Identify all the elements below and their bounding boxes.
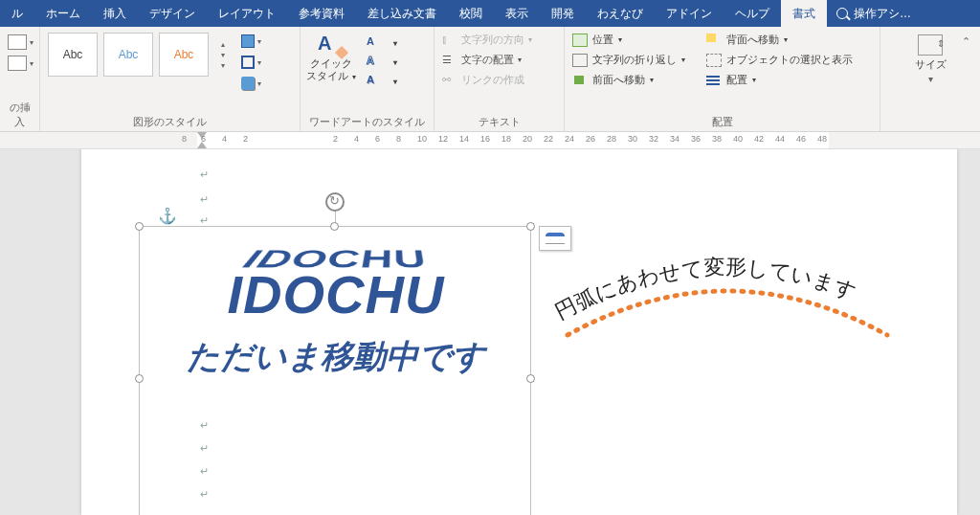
shape-style-more[interactable]: ▴ ▾ ▾ (214, 40, 232, 70)
document-area[interactable]: ⚓ ↵ ↵ ↵ ↵ ↵ ↵ ↵ IDOCHU IDOCHU ただいま移動中です (0, 149, 980, 515)
collapse-ribbon-button[interactable]: ⌃ (957, 33, 974, 50)
group-text: ⫿文字列の方向 ▾ ☰文字の配置 ▾ ⚯リンクの作成 テキスト (434, 27, 565, 131)
ruler-tick: 16 (480, 134, 490, 144)
ruler-tick: 14 (459, 134, 469, 144)
wordart-icon: A (318, 33, 345, 56)
tab-insert[interactable]: 挿入 (92, 0, 138, 27)
ruler-tick: 4 (222, 134, 227, 144)
group-insert-shapes-partial: の挿入 (0, 27, 40, 131)
quick-styles-button[interactable]: A クイックスタイル ▾ (306, 31, 356, 82)
send-backward-button[interactable]: 背面へ移動 ▾ (706, 33, 853, 47)
group-arrange: 位置 ▾ 文字列の折り返し ▾ 前面へ移動 ▾ 背面へ移動 ▾ オブジェクトの選… (565, 27, 880, 131)
tab-layout[interactable]: レイアウト (207, 0, 287, 27)
curved-text-object[interactable]: 円弧にあわせて変形しています (550, 253, 904, 396)
tell-me-label: 操作アシ… (854, 6, 911, 22)
quick-styles-label-2: スタイル (306, 70, 348, 81)
chevron-down-icon: ▾ (257, 58, 261, 67)
tab-help[interactable]: ヘルプ (724, 0, 781, 27)
ruler-tick: 8 (182, 134, 187, 144)
text-align-icon: ☰ (442, 54, 457, 67)
wrap-icon (572, 54, 588, 67)
tab-review[interactable]: 校閲 (448, 0, 494, 27)
ruler-tick: 48 (817, 134, 827, 144)
ruler-tick: 4 (354, 134, 359, 144)
ruler-tick: 12 (438, 134, 448, 144)
shape-style-3[interactable]: Abc (159, 33, 209, 77)
tab-addins[interactable]: アドイン (655, 0, 724, 27)
quick-styles-label-1: クイック (310, 57, 352, 69)
chevron-down-icon: ▾ (257, 37, 261, 46)
wrap-text-button[interactable]: 文字列の折り返し ▾ (572, 53, 685, 67)
paragraph-mark: ↵ (200, 193, 209, 206)
group-wordart-styles: A クイックスタイル ▾ A A A ▾ ▾ ▾ ワードアートのスタイル (301, 27, 434, 131)
selected-object-frame[interactable]: IDOCHU IDOCHU ただいま移動中です (139, 226, 531, 515)
ruler-tick: 26 (586, 134, 595, 144)
ruler-tick: 24 (565, 134, 574, 144)
resize-handle-tm[interactable] (330, 222, 339, 231)
shape-fill-icon (241, 34, 255, 48)
size-icon (918, 34, 943, 56)
tab-waenabi[interactable]: わえなび (586, 0, 655, 27)
paragraph-mark: ↵ (200, 168, 209, 181)
resize-handle-tl[interactable] (135, 222, 144, 231)
edit-shape-button[interactable] (8, 34, 27, 50)
ruler-tick: 32 (649, 134, 658, 144)
shape-style-1[interactable]: Abc (48, 33, 98, 77)
tab-format[interactable]: 書式 (781, 0, 827, 27)
size-button[interactable]: サイズ ▾ (915, 31, 947, 84)
tab-view[interactable]: 表示 (494, 0, 540, 27)
size-label: サイズ (915, 57, 947, 72)
position-button[interactable]: 位置 ▾ (572, 33, 685, 47)
resize-handle-ml[interactable] (135, 374, 144, 383)
shape-style-gallery[interactable]: Abc Abc Abc ▴ ▾ ▾ (46, 31, 234, 78)
rotate-handle[interactable] (325, 192, 345, 212)
draw-textbox-button[interactable] (8, 56, 27, 71)
ruler-tick: 30 (628, 134, 637, 144)
shape-effects-button[interactable]: ▾ (241, 77, 261, 90)
chevron-down-icon: ▾ (928, 74, 933, 84)
text-direction-icon: ⫿ (442, 34, 457, 47)
ribbon: の挿入 Abc Abc Abc ▴ ▾ ▾ ▾ ▾ ▾ 図形のスタイル (0, 27, 980, 132)
ruler-tick: 34 (670, 134, 679, 144)
shape-fill-button[interactable]: ▾ (241, 34, 261, 48)
horizontal-ruler[interactable]: 8642246810121416182022242628303234363840… (0, 132, 980, 149)
align-objects-button[interactable]: 配置 ▾ (706, 73, 853, 87)
ruler-tick: 46 (796, 134, 806, 144)
create-link-button: ⚯リンクの作成 (442, 73, 532, 87)
text-effects-button[interactable]: A (362, 73, 379, 86)
resize-handle-tr[interactable] (526, 222, 535, 231)
selection-pane-icon (706, 54, 722, 67)
group-label-shape-styles: 図形のスタイル (46, 113, 294, 129)
shape-outline-icon (241, 56, 255, 69)
resize-handle-mr[interactable] (526, 374, 535, 383)
wordart-line-3: ただいま移動中です (159, 335, 513, 379)
group-shape-styles: Abc Abc Abc ▴ ▾ ▾ ▾ ▾ ▾ 図形のスタイル (40, 27, 301, 131)
bring-forward-button[interactable]: 前面へ移動 ▾ (572, 73, 685, 87)
tab-home[interactable]: ホーム (34, 0, 92, 27)
text-align-button[interactable]: ☰文字の配置 ▾ (442, 53, 532, 67)
ribbon-tabs: ル ホーム 挿入 デザイン レイアウト 参考資料 差し込み文書 校閲 表示 開発… (0, 0, 980, 27)
tab-mailings[interactable]: 差し込み文書 (356, 0, 448, 27)
page[interactable]: ⚓ ↵ ↵ ↵ ↵ ↵ ↵ ↵ IDOCHU IDOCHU ただいま移動中です (81, 149, 957, 515)
chevron-up-icon: ▴ (221, 40, 225, 49)
tab-references[interactable]: 参考資料 (287, 0, 356, 27)
layout-options-popup[interactable] (539, 226, 571, 251)
chevron-down-icon: ▾ (387, 56, 404, 69)
search-icon (836, 8, 848, 19)
tab-design[interactable]: デザイン (138, 0, 207, 27)
selection-pane-button[interactable]: オブジェクトの選択と表示 (706, 53, 853, 67)
ruler-tick: 20 (523, 134, 532, 144)
wordart-object[interactable]: IDOCHU IDOCHU ただいま移動中です (159, 233, 513, 379)
tell-me-search[interactable]: 操作アシ… (827, 0, 921, 27)
ruler-tick: 42 (754, 134, 764, 144)
tab-developer[interactable]: 開発 (540, 0, 586, 27)
tab-file-partial[interactable]: ル (0, 0, 34, 27)
text-fill-button[interactable]: A (362, 34, 379, 48)
text-direction-button: ⫿文字列の方向 ▾ (442, 33, 532, 47)
shape-style-2[interactable]: Abc (103, 33, 153, 77)
ruler-tick: 8 (396, 134, 401, 144)
ruler-tick: 22 (544, 134, 553, 144)
group-label-insert: の挿入 (6, 99, 33, 129)
shape-outline-button[interactable]: ▾ (241, 56, 261, 69)
text-outline-button[interactable]: A (362, 54, 379, 67)
